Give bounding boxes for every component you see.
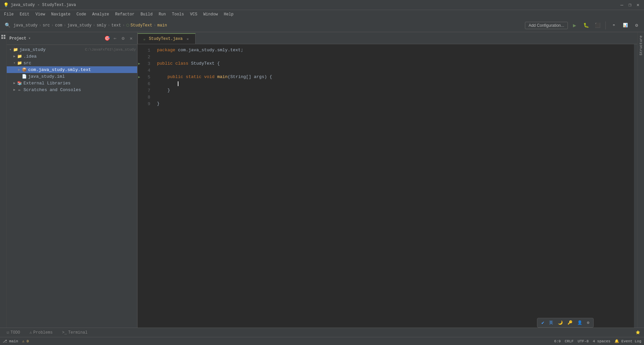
menu-build[interactable]: Build (138, 11, 155, 17)
title-bar-left: 💡 java_study - StudyText.java (3, 2, 76, 8)
menu-help[interactable]: Help (221, 11, 236, 17)
tree-root[interactable]: ▾ 📁 java_study C:\JavaFxf63\java_study (7, 46, 137, 53)
breadcrumb-pkg1[interactable]: java_study (67, 23, 92, 28)
encoding[interactable]: UTF-8 (578, 339, 589, 343)
line-ending[interactable]: CRLF (565, 339, 574, 343)
svg-rect-2 (1, 37, 3, 39)
maximize-button[interactable]: ❐ (627, 2, 633, 8)
tree-root-label: java_study (19, 47, 84, 52)
folder-icon-src: 📁 (17, 60, 22, 66)
sidebar-header: Project ▾ 🎯 ⇐ ⚙ ✕ (7, 32, 137, 45)
right-gutter (629, 44, 634, 328)
todo-tab[interactable]: ☑ TODO (3, 329, 24, 336)
tree-src-label: src (23, 61, 136, 66)
tab-close-btn[interactable]: ✕ (185, 37, 190, 41)
editor-tab-studytext[interactable]: ☕ StudyText.java ✕ (138, 33, 196, 44)
svg-rect-0 (1, 35, 3, 37)
tree-package[interactable]: ▶ 📦 com.java_study.smly.text (7, 66, 137, 73)
run-gutter-5[interactable]: ▶ (138, 75, 140, 79)
locate-file-btn[interactable]: 🎯 (104, 35, 110, 42)
ime-moon-btn[interactable]: 🌙 (556, 320, 564, 326)
indent-setting[interactable]: 4 spaces (593, 339, 610, 343)
svg-rect-1 (4, 35, 5, 37)
ime-lang-btn[interactable]: 英 (548, 320, 554, 326)
app-icon: 💡 (3, 2, 9, 8)
favorites-tab[interactable]: ⭐ (635, 328, 641, 337)
folder-icon: 📁 (13, 47, 18, 52)
menu-code[interactable]: Code (74, 11, 89, 17)
status-left: ⎇ main ⚠ 0 (3, 339, 29, 343)
tree-iml-file[interactable]: ▶ 📄 java_study.iml (7, 73, 137, 80)
profiler-button[interactable]: 📊 (621, 21, 630, 30)
menu-bar: File Edit View Navigate Code Analyze Ref… (0, 10, 644, 19)
ime-check-btn[interactable]: ✔ (540, 320, 545, 326)
cursor-position[interactable]: 6:9 (554, 339, 561, 343)
breadcrumb-com[interactable]: com (55, 23, 62, 28)
project-view-btn[interactable] (0, 33, 7, 40)
menu-analyze[interactable]: Analyze (90, 11, 112, 17)
search-everywhere-btn[interactable]: 🔍 (3, 21, 12, 30)
close-button[interactable]: ✕ (635, 2, 641, 8)
menu-run[interactable]: Run (156, 11, 169, 17)
menu-window[interactable]: Window (201, 11, 220, 17)
breadcrumb-pkg3[interactable]: text (111, 23, 121, 28)
code-line-7: } (157, 87, 629, 94)
todo-icon: ☑ (7, 330, 9, 335)
menu-refactor[interactable]: Refactor (112, 11, 137, 17)
line-num-7: 7 (138, 87, 154, 94)
project-dropdown-btn[interactable]: ▾ (28, 36, 31, 41)
sidebar-tree: ▾ 📁 java_study C:\JavaFxf63\java_study ▶… (7, 45, 137, 328)
tree-src[interactable]: ▾ 📁 src (7, 60, 137, 66)
tree-external-libs[interactable]: ▶ 📚 External Libraries (7, 80, 137, 86)
problems-icon: ⚠ (30, 330, 32, 335)
menu-vcs[interactable]: VCS (187, 11, 200, 17)
todo-label: TODO (10, 330, 20, 335)
line-num-3: ▶ 3 (138, 60, 154, 67)
sidebar-close-btn[interactable]: ✕ (128, 35, 135, 42)
menu-tools[interactable]: Tools (169, 11, 187, 17)
minimize-button[interactable]: — (619, 2, 625, 8)
coverage-button[interactable]: ☂ (609, 21, 619, 30)
run-gutter-3[interactable]: ▶ (138, 62, 140, 66)
tree-idea[interactable]: ▶ 📁 .idea (7, 53, 137, 60)
bottom-bar: ☑ TODO ⚠ Problems >_ Terminal ⭐ (0, 328, 644, 337)
terminal-tab[interactable]: >_ Terminal (58, 329, 92, 336)
ime-settings-btn[interactable]: ⚙ (586, 320, 591, 326)
breadcrumb-method[interactable]: main (157, 23, 167, 28)
code-editor[interactable]: 1 2 ▶ 3 4 ▶ 5 6 7 8 9 pack (138, 44, 637, 328)
menu-edit[interactable]: Edit (17, 11, 32, 17)
tree-arrow-extlibs: ▶ (12, 81, 17, 85)
collapse-all-btn[interactable]: ⇐ (112, 35, 118, 42)
tree-package-label: com.java_study.smly.text (28, 67, 136, 72)
menu-view[interactable]: View (33, 11, 48, 17)
tree-scratches[interactable]: ▶ ✏️ Scratches and Consoles (7, 86, 137, 93)
sidebar-settings-btn[interactable]: ⚙ (120, 35, 126, 42)
ime-key-btn[interactable]: 🔑 (566, 320, 574, 326)
settings-button[interactable]: ⚙ (632, 21, 641, 30)
event-log[interactable]: 🔔 Event Log (614, 339, 641, 343)
breadcrumb-project[interactable]: java_study (13, 23, 38, 28)
stop-button[interactable]: ⬛ (593, 21, 602, 30)
breadcrumb-src[interactable]: src (43, 23, 50, 28)
editor-scrollbar[interactable] (634, 44, 637, 328)
code-line-9: } (157, 100, 629, 107)
line-num-8: 8 (138, 94, 154, 100)
code-line-5: public static void main(String[] args) { (157, 74, 629, 80)
add-configuration-button[interactable]: Add Configuration... (525, 22, 568, 29)
line-num-4: 4 (138, 67, 154, 74)
run-button[interactable]: ▶ (570, 21, 579, 30)
problems-tab[interactable]: ⚠ Problems (25, 329, 57, 336)
debug-button[interactable]: 🐛 (581, 21, 591, 30)
menu-file[interactable]: File (1, 11, 16, 17)
breadcrumb-pkg2[interactable]: smly (97, 23, 106, 28)
git-branch[interactable]: ⎇ main (3, 339, 18, 343)
menu-navigate[interactable]: Navigate (48, 11, 73, 17)
terminal-icon: >_ (62, 330, 67, 335)
warnings-indicator[interactable]: ⚠ 0 (22, 339, 29, 343)
ime-user-btn[interactable]: 👤 (576, 320, 584, 326)
structure-tab[interactable]: Structure (638, 32, 644, 59)
tree-arrow-root: ▾ (8, 47, 13, 52)
right-side-tabs: Structure (637, 32, 644, 328)
breadcrumb-class[interactable]: ⬡StudyText (126, 23, 152, 28)
code-content[interactable]: package com.java_study.smly.text; public… (154, 44, 629, 328)
